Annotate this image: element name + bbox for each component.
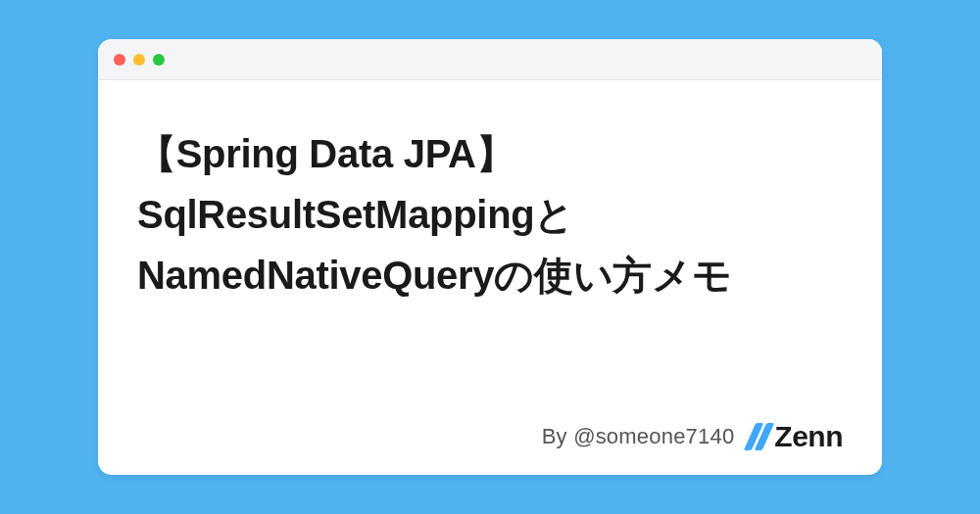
author-byline: By @someone7140: [542, 424, 735, 449]
zenn-logo-text: Zenn: [774, 420, 843, 453]
zenn-logo: Zenn: [750, 420, 843, 453]
window-titlebar: [98, 39, 882, 80]
zenn-logo-icon: [750, 423, 768, 450]
minimize-icon: [133, 54, 145, 66]
article-title: 【Spring Data JPA】SqlResultSetMappingとNam…: [137, 123, 843, 410]
article-card: 【Spring Data JPA】SqlResultSetMappingとNam…: [98, 39, 882, 475]
card-footer: By @someone7140 Zenn: [137, 420, 843, 453]
close-icon: [114, 54, 125, 66]
card-content: 【Spring Data JPA】SqlResultSetMappingとNam…: [98, 80, 882, 475]
maximize-icon: [153, 54, 165, 66]
